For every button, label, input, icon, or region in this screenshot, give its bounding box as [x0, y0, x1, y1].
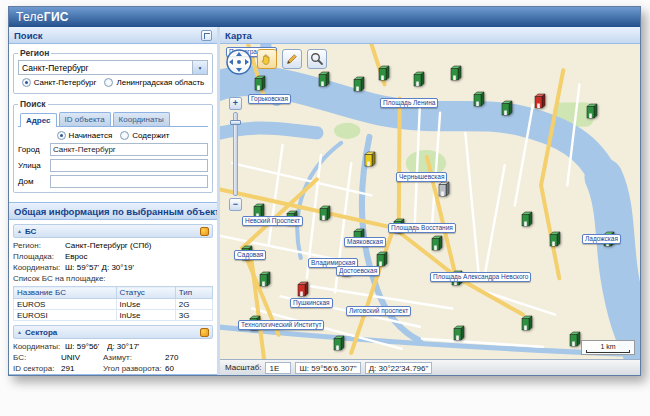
scale-input[interactable]: 1Е — [265, 362, 291, 374]
bs-marker-red[interactable] — [296, 280, 309, 297]
bs-marker-green[interactable] — [352, 75, 365, 92]
radio-icon — [57, 131, 66, 140]
map-station-label: Маяковская — [344, 237, 386, 247]
search-panel-header[interactable]: Поиск — [9, 27, 217, 44]
map-panel: Карта — [220, 27, 640, 375]
bs-status-cell: InUse — [116, 299, 175, 310]
zoom-slider-handle[interactable] — [230, 120, 241, 125]
pan-compass-control[interactable] — [226, 49, 252, 75]
bs-marker-yellow[interactable] — [363, 150, 376, 167]
map-station-label: Пушкинская — [290, 298, 333, 308]
bs-marker-green[interactable] — [375, 250, 388, 267]
chevron-up-icon[interactable]: ▲ — [17, 228, 22, 234]
zoom-out-button[interactable]: − — [229, 198, 242, 211]
bs-marker-green[interactable] — [500, 99, 513, 116]
measure-button[interactable] — [282, 49, 302, 69]
bs-marker-green[interactable] — [520, 210, 533, 227]
bs-row-label: Координаты: — [13, 262, 65, 273]
bs-marker-green[interactable] — [472, 90, 485, 107]
map-markers-layer: ПетроградскаяГорьковскаяПлощадь ЛенинаЧе… — [220, 44, 640, 359]
bs-marker-green[interactable] — [412, 70, 425, 87]
tab-object-id[interactable]: ID объекта — [59, 112, 111, 126]
sector-prop-label: ID сектора: — [13, 363, 61, 374]
bs-section-header[interactable]: ▲ БС — [13, 224, 213, 238]
city-input[interactable] — [50, 143, 208, 156]
sector-coords-lon: Д: 30°17' — [107, 341, 213, 352]
sector-prop-value: UNIV — [61, 352, 103, 363]
map-station-label: Невский Проспект — [242, 216, 303, 226]
bs-status-cell: InUse — [116, 310, 175, 321]
collapse-panel-icon[interactable] — [201, 30, 212, 41]
bs-row-value: Еврос — [65, 251, 213, 262]
bs-marker-green[interactable] — [452, 324, 465, 341]
table-row[interactable]: EUROSI InUse 3G — [14, 310, 213, 321]
tab-coordinates[interactable]: Координаты — [113, 112, 170, 126]
finder-group: Поиск Адрес ID объекта Координаты Начина… — [13, 99, 213, 193]
cursor-longitude-readout: Д: 30°22'34.796" — [365, 362, 433, 374]
bs-marker-gray[interactable] — [437, 180, 450, 197]
map-station-label: Чернышевская — [396, 172, 447, 182]
sectors-section-header[interactable]: ▲ Сектора — [13, 325, 213, 339]
info-panel-header[interactable]: Общая информация по выбранным объектам — [9, 203, 217, 220]
bs-marker-green[interactable] — [430, 234, 443, 251]
bs-row-value: Санкт-Петербург (СПб) — [65, 240, 213, 251]
bs-marker-green[interactable] — [253, 74, 266, 91]
map-station-label: Достоевская — [336, 266, 380, 276]
bs-marker-green[interactable] — [548, 230, 561, 247]
locate-on-map-icon[interactable] — [200, 227, 209, 236]
bs-table-header-row: Название БС Статус Тип — [14, 287, 213, 299]
bs-list-label: Список БС на площадке: — [13, 273, 213, 284]
bs-name-cell: EUROS — [14, 299, 117, 310]
bs-marker-green[interactable] — [585, 102, 598, 119]
zoom-slider-track[interactable] — [233, 112, 238, 196]
bs-table-header: Название БС — [14, 287, 117, 299]
map-viewport[interactable]: ПетроградскаяГорьковскаяПлощадь ЛенинаЧе… — [220, 44, 640, 359]
zoom-slider: + − — [229, 97, 242, 211]
region-combobox[interactable]: Санкт-Петербург ▼ — [18, 60, 208, 75]
bs-marker-green[interactable] — [449, 64, 462, 81]
sector-prop-value: 291 — [61, 363, 103, 374]
city-field-label: Город — [18, 145, 50, 154]
bs-marker-green[interactable] — [258, 270, 271, 287]
zoom-box-button[interactable] — [307, 49, 327, 69]
map-panel-header[interactable]: Карта — [220, 27, 640, 44]
bs-marker-green[interactable] — [377, 64, 390, 81]
left-sidebar: Поиск Регион Санкт-Петербург ▼ — [9, 27, 220, 375]
map-statusbar: Масштаб: 1Е Ш: 59°56'6.307" Д: 30°22'34.… — [220, 359, 640, 375]
cursor-latitude-readout: Ш: 59°56'6.307" — [295, 362, 360, 374]
search-panel-body: Регион Санкт-Петербург ▼ Санкт-Петербург — [9, 44, 217, 202]
tab-address[interactable]: Адрес — [20, 113, 57, 127]
bs-marker-green[interactable] — [568, 330, 581, 347]
radio-icon — [120, 131, 129, 140]
scale-label: Масштаб: — [225, 363, 261, 372]
bs-marker-green[interactable] — [520, 314, 533, 331]
map-toolbar — [226, 49, 327, 75]
bs-section-title: БС — [25, 227, 36, 236]
radio-region-oblast[interactable]: Ленинградская область — [104, 78, 204, 87]
sector-coords-label: Координаты: — [13, 341, 65, 352]
street-input[interactable] — [50, 159, 208, 172]
bs-marker-green[interactable] — [332, 334, 345, 351]
sector-prop-label: Азимут: — [103, 352, 165, 363]
house-field-label: Дом — [18, 177, 50, 186]
radio-starts-with[interactable]: Начинается — [57, 131, 113, 140]
map-station-label: Площадь Ленина — [380, 98, 438, 108]
chevron-down-icon[interactable]: ▼ — [192, 61, 207, 74]
chevron-up-icon[interactable]: ▲ — [17, 329, 22, 335]
map-station-label: Площадь Восстания — [388, 223, 456, 233]
search-panel-title: Поиск — [14, 30, 43, 41]
table-row[interactable]: EUROS InUse 2G — [14, 299, 213, 310]
sector-prop-label: Угол разворота: — [103, 363, 165, 374]
house-input[interactable] — [50, 175, 208, 188]
bs-type-cell: 2G — [175, 299, 212, 310]
sector-coords-lat: Ш: 59°56' — [65, 341, 107, 352]
bs-row-label: Регион: — [13, 240, 65, 251]
radio-region-city[interactable]: Санкт-Петербург — [22, 78, 97, 87]
region-combobox-value: Санкт-Петербург — [19, 63, 192, 73]
zoom-in-button[interactable]: + — [229, 97, 242, 110]
bs-marker-green[interactable] — [318, 204, 331, 221]
radio-contains[interactable]: Содержит — [120, 131, 169, 140]
locate-on-map-icon[interactable] — [200, 328, 209, 337]
pan-hand-button[interactable] — [257, 49, 277, 69]
bs-marker-red[interactable] — [533, 92, 546, 109]
